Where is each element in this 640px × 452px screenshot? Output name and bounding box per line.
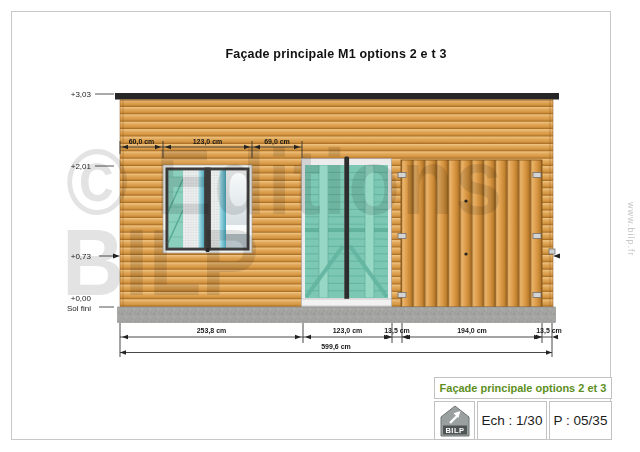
watermark-url: www.bilp.fr — [626, 202, 636, 257]
level-arrow-icon — [113, 254, 120, 259]
foundation — [118, 307, 556, 323]
dim-label: 13,5 cm — [384, 327, 410, 335]
title-block-logo: BILP — [434, 401, 475, 440]
window-screen — [211, 170, 220, 248]
dim-label: 253,8 cm — [197, 327, 227, 335]
hinge-icon — [398, 173, 406, 178]
title-block-title: Façade principale options 2 et 3 — [434, 377, 612, 399]
title-block-page: P : 05/35 — [549, 401, 612, 440]
glazing-strip — [199, 170, 205, 248]
entrance-door — [302, 157, 392, 308]
latch-icon — [549, 249, 555, 254]
hinge-icon — [533, 173, 541, 178]
window-screen — [183, 170, 199, 248]
door-center-stile — [344, 157, 349, 306]
bilp-logo-text: BILP — [445, 426, 464, 435]
title-block-scale: Ech : 1/30 — [477, 401, 547, 440]
dim-label: 60,0 cm — [129, 138, 155, 146]
glass-reflection — [226, 225, 247, 234]
dim-label: 13,5 cm — [536, 327, 562, 335]
window-mullion — [205, 168, 211, 251]
door-threshold — [302, 299, 392, 306]
hinge-icon — [533, 234, 541, 239]
ground-label: Sol fini — [67, 304, 91, 313]
dim-label: 194,0 cm — [457, 327, 487, 335]
door-handle-dot — [464, 252, 467, 255]
garage-door — [398, 160, 555, 307]
level-label: +0,73 — [71, 252, 92, 261]
garage-door-panel — [401, 160, 542, 307]
hinge-icon — [533, 293, 541, 298]
dim-label: 123,0 cm — [333, 327, 363, 335]
level-label: +0,00 — [71, 294, 92, 303]
bilp-logo-icon: BILP — [440, 405, 470, 437]
roof-edge — [115, 93, 559, 100]
glass-shadow — [226, 234, 247, 248]
bottom-dimensions: 253,8 cm 123,0 cm 13,5 cm 194,0 cm 13,5 … — [120, 323, 562, 357]
hinge-icon — [398, 293, 406, 298]
window — [163, 165, 252, 253]
glazing-strip — [220, 170, 227, 248]
dim-label: 123,0 cm — [193, 138, 223, 146]
dim-label: 69,0 cm — [264, 138, 290, 146]
hinge-icon — [398, 234, 406, 239]
level-label: +3,03 — [71, 90, 92, 99]
level-label: +2,01 — [71, 162, 92, 171]
window-handle — [206, 248, 209, 252]
level-leader-lines — [95, 94, 114, 307]
dim-total-label: 599,6 cm — [321, 343, 351, 351]
page-title: Façade principale M1 options 2 e t 3 — [110, 47, 562, 61]
drawing-sheet: Façade principale M1 options 2 e t 3 — [0, 0, 640, 452]
door-handle-dot — [464, 199, 467, 202]
